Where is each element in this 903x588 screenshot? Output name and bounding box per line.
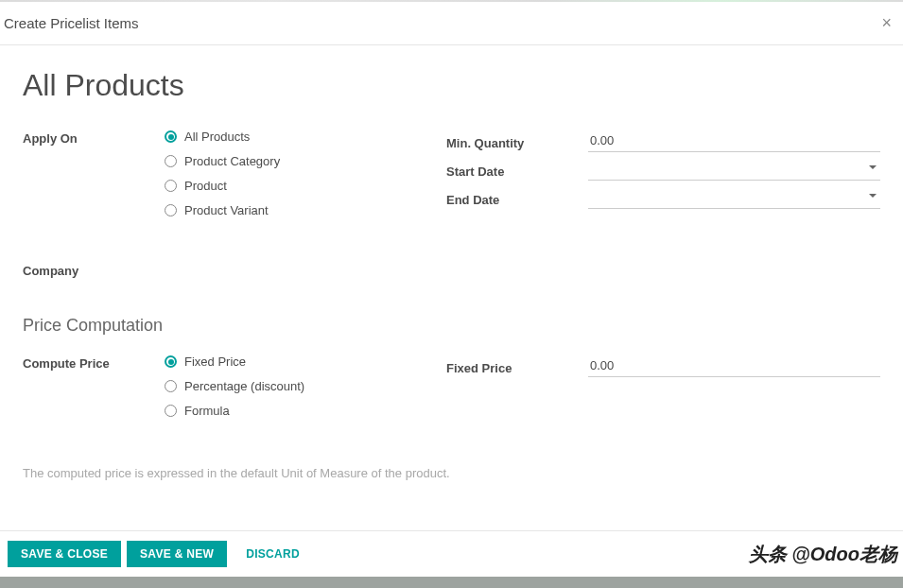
radio-icon xyxy=(165,355,177,368)
form-row-2: Compute Price Fixed Price Percentage (di… xyxy=(23,355,880,436)
radio-label: All Products xyxy=(184,130,250,144)
apply-on-label: Apply On xyxy=(23,130,165,146)
watermark-text: 头条 @Odoo老杨 xyxy=(749,542,897,567)
start-date-input[interactable] xyxy=(588,158,880,181)
modal-title: Create Pricelist Items xyxy=(4,15,139,31)
hint-text: The computed price is expressed in the d… xyxy=(23,466,880,480)
company-label: Company xyxy=(23,262,165,278)
discard-button[interactable]: DISCARD xyxy=(233,541,313,567)
min-qty-input[interactable] xyxy=(588,130,880,152)
top-stripe xyxy=(0,0,903,2)
close-icon[interactable]: × xyxy=(874,13,899,33)
radio-label: Product Variant xyxy=(184,203,269,217)
page-title: All Products xyxy=(23,68,880,103)
radio-icon xyxy=(165,405,177,417)
radio-icon xyxy=(165,155,177,167)
radio-icon xyxy=(165,380,177,392)
radio-icon xyxy=(165,130,177,143)
radio-product-variant[interactable]: Product Variant xyxy=(165,203,446,217)
save-close-button[interactable]: SAVE & CLOSE xyxy=(8,541,121,567)
chevron-down-icon xyxy=(869,194,877,198)
fixed-price-input[interactable] xyxy=(588,355,880,377)
end-date-label: End Date xyxy=(446,189,588,207)
save-new-button[interactable]: SAVE & NEW xyxy=(127,541,227,567)
radio-product[interactable]: Product xyxy=(165,179,446,193)
radio-all-products[interactable]: All Products xyxy=(165,130,446,144)
radio-label: Fixed Price xyxy=(184,355,246,369)
radio-icon xyxy=(165,204,177,216)
compute-price-label: Compute Price xyxy=(23,355,165,371)
radio-label: Product Category xyxy=(184,154,280,168)
bottom-stripe xyxy=(0,577,903,588)
fixed-price-label: Fixed Price xyxy=(446,357,588,375)
apply-on-radios: All Products Product Category Product Pr… xyxy=(165,130,446,228)
section-price-computation: Price Computation xyxy=(23,316,880,336)
chevron-down-icon xyxy=(869,165,877,169)
form-row-company: Company xyxy=(23,262,880,285)
min-qty-label: Min. Quantity xyxy=(446,132,588,150)
radio-fixed-price[interactable]: Fixed Price xyxy=(165,355,446,369)
radio-product-category[interactable]: Product Category xyxy=(165,154,446,168)
modal-body: All Products Apply On All Products Produ… xyxy=(0,45,903,503)
radio-label: Formula xyxy=(184,404,230,418)
compute-price-radios: Fixed Price Percentage (discount) Formul… xyxy=(165,355,446,428)
modal-header: Create Pricelist Items × xyxy=(0,2,903,45)
radio-icon xyxy=(165,180,177,192)
radio-label: Percentage (discount) xyxy=(184,379,304,393)
start-date-label: Start Date xyxy=(446,161,588,179)
radio-percentage[interactable]: Percentage (discount) xyxy=(165,379,446,393)
radio-formula[interactable]: Formula xyxy=(165,404,446,418)
form-row-1: Apply On All Products Product Category P… xyxy=(23,130,880,235)
radio-label: Product xyxy=(184,179,227,193)
end-date-input[interactable] xyxy=(588,186,880,209)
